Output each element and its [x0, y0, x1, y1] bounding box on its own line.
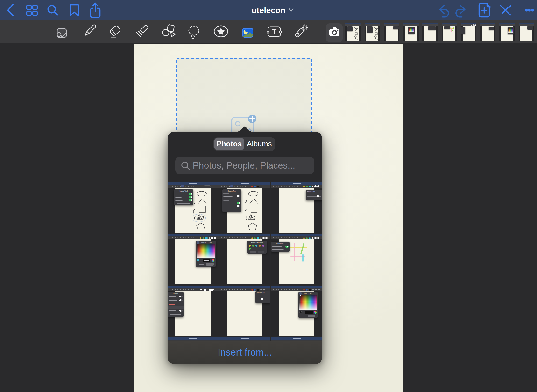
svg-text:T: T [272, 28, 276, 36]
